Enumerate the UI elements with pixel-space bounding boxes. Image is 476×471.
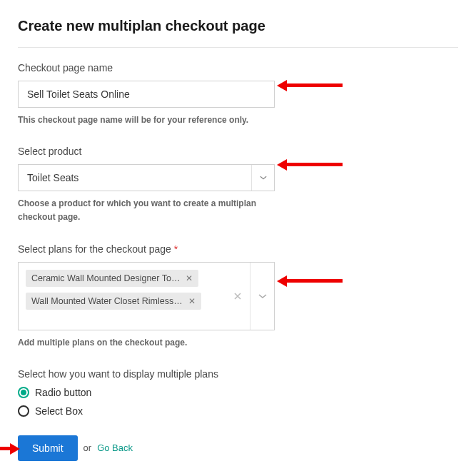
display-group: Select how you want to display multiple … (18, 368, 458, 417)
go-back-link[interactable]: Go Back (97, 442, 133, 453)
select-box-option[interactable]: Select Box (18, 405, 458, 417)
product-group: Select product Toilet Seats Choose a pro… (18, 146, 458, 224)
annotation-arrow (285, 83, 343, 87)
chevron-down-icon (251, 165, 274, 191)
close-icon[interactable]: ✕ (188, 296, 196, 306)
product-select[interactable]: Toilet Seats (18, 164, 275, 191)
plans-tags-area: Ceramic Wall Mounted Designer To… ✕ Wall… (19, 263, 226, 330)
product-helper: Choose a product for which you want to c… (18, 197, 275, 224)
radio-button-option[interactable]: Radio button (18, 387, 458, 398)
page-title: Create new multiplan checkout page (18, 18, 458, 34)
plans-multiselect[interactable]: Ceramic Wall Mounted Designer To… ✕ Wall… (18, 262, 275, 330)
plans-helper: Add multiple plans on the checkout page. (18, 336, 275, 350)
or-text: or (83, 442, 92, 453)
radio-icon (18, 405, 29, 417)
divider (18, 47, 458, 48)
checkout-name-input[interactable] (18, 81, 275, 108)
plans-label: Select plans for the checkout page * (18, 243, 458, 255)
annotation-arrow (285, 279, 343, 283)
annotation-arrow (0, 447, 11, 450)
close-icon[interactable]: ✕ (186, 273, 193, 283)
plans-dropdown-button[interactable] (250, 263, 274, 330)
submit-button[interactable]: Submit (18, 435, 78, 461)
checkout-name-label: Checkout page name (18, 62, 458, 74)
plan-tag: Wall Mounted Water Closet Rimless… ✕ (26, 293, 201, 310)
display-label: Select how you want to display multiple … (18, 368, 458, 380)
checkout-name-helper: This checkout page name will be for your… (18, 113, 275, 127)
required-asterisk: * (174, 243, 178, 255)
annotation-arrow (285, 163, 343, 166)
plan-tag: Ceramic Wall Mounted Designer To… ✕ (26, 270, 198, 287)
product-value: Toilet Seats (19, 172, 251, 183)
product-label: Select product (18, 146, 458, 157)
clear-all-button[interactable] (226, 263, 250, 330)
form-actions: Submit or Go Back (18, 435, 458, 461)
checkout-name-group: Checkout page name This checkout page na… (18, 62, 458, 127)
radio-icon (18, 387, 29, 398)
plans-group: Select plans for the checkout page * Cer… (18, 243, 458, 350)
